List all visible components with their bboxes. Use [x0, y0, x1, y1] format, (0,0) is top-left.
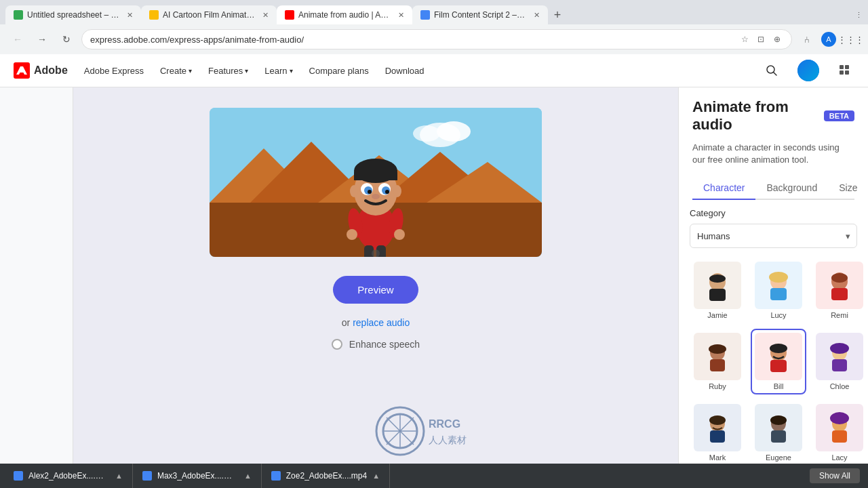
panel-body: Category Humans Animals Fantasy Robots — [679, 200, 868, 488]
tab-overflow-button[interactable]: ⋮ — [849, 5, 868, 24]
main-content: Preview or replace audio Enhance speech … — [0, 87, 868, 488]
enhance-speech-label: Enhance speech — [349, 339, 420, 350]
character-card-eugene[interactable]: Eugene — [751, 400, 806, 466]
show-all-button[interactable]: Show All — [810, 468, 860, 483]
character-card-jamie[interactable]: Jamie — [690, 258, 745, 323]
svg-point-20 — [347, 229, 357, 240]
tab-close-1[interactable]: ✕ — [127, 11, 133, 20]
download-item-2[interactable]: Max3_AdobeEx....mp4 ▲ — [133, 464, 262, 488]
beta-badge: BETA — [824, 110, 854, 121]
forward-button[interactable]: → — [33, 30, 52, 49]
download-arrow-2[interactable]: ▲ — [244, 472, 252, 480]
bookmark-icon[interactable]: ☆ — [738, 33, 751, 45]
character-name-eugene: Eugene — [766, 453, 791, 462]
character-grid: Jamie Lucy — [690, 258, 857, 488]
enhance-speech-radio[interactable] — [332, 339, 342, 350]
character-card-mark[interactable]: Mark — [690, 400, 745, 466]
character-name-mark: Mark — [709, 453, 726, 462]
left-sidebar — [0, 87, 73, 488]
character-thumb-remi — [816, 262, 863, 309]
replace-audio-link[interactable]: replace audio — [353, 317, 410, 328]
url-icons: ☆ ⊡ ⊕ — [738, 33, 783, 45]
tab-close-2[interactable]: ✕ — [262, 11, 269, 20]
profile-button[interactable]: A — [819, 30, 838, 49]
character-card-bill[interactable]: Bill — [751, 329, 806, 394]
tab-close-4[interactable]: ✕ — [534, 11, 540, 20]
svg-point-21 — [394, 229, 405, 240]
panel-title: Animate from audio — [692, 98, 817, 134]
back-button[interactable]: ← — [8, 30, 27, 49]
url-bar[interactable]: express.adobe.com/express-apps/animate-f… — [81, 29, 792, 49]
tab-favicon-2 — [149, 10, 159, 20]
character-image-lucy — [758, 265, 799, 306]
svg-rect-38 — [709, 289, 726, 301]
svg-rect-51 — [770, 360, 787, 372]
browser-tab-2[interactable]: AI Cartoon Film Animation – C... ✕ — [141, 5, 277, 24]
category-select[interactable]: Humans Animals Fantasy Robots — [690, 224, 857, 248]
svg-rect-26 — [354, 172, 397, 180]
download-item-3[interactable]: Zoe2_AdobeEx....mp4 ▲ — [262, 464, 390, 488]
animation-scene — [210, 108, 542, 257]
preview-button[interactable]: Preview — [333, 276, 418, 304]
tab-bar: Untitled spreadsheet – Google... ✕ AI Ca… — [0, 0, 868, 24]
nav-features[interactable]: Features ▾ — [208, 66, 248, 76]
user-avatar[interactable] — [797, 60, 819, 81]
nav-create[interactable]: Create ▾ — [160, 66, 192, 76]
svg-point-32 — [385, 190, 389, 194]
download-icon-1 — [14, 471, 23, 481]
svg-point-35 — [393, 185, 401, 197]
category-label: Category — [690, 208, 857, 218]
tab-background[interactable]: Background — [755, 177, 828, 200]
character-image-eugene — [758, 407, 799, 448]
browser-tab-3[interactable]: Animate from audio | Adobe E... ✕ — [277, 5, 412, 24]
character-image-remi — [819, 265, 860, 306]
search-button[interactable] — [762, 61, 781, 80]
refresh-button[interactable]: ↻ — [57, 30, 76, 49]
bottom-download-bar: Alex2_AdobeEx....mp4 ▲ Max3_AdobeEx....m… — [0, 464, 868, 488]
svg-rect-54 — [832, 359, 847, 371]
tab-close-3[interactable]: ✕ — [398, 11, 404, 20]
center-area: Preview or replace audio Enhance speech — [73, 87, 678, 488]
new-tab-button[interactable]: + — [548, 5, 567, 24]
panel-header: Animate from audio BETA Animate a charac… — [679, 87, 868, 200]
apps-button[interactable]: ⋮⋮⋮ — [841, 30, 860, 49]
download-filename-3: Zoe2_AdobeEx....mp4 — [286, 471, 367, 481]
character-card-lucy[interactable]: Lucy — [751, 258, 806, 323]
browser-tab-4[interactable]: Film Content Script 2 – Googl... ✕ — [412, 5, 548, 24]
character-image-mark — [697, 407, 738, 448]
apps-grid-button[interactable] — [835, 61, 854, 80]
character-name-lucy: Lucy — [770, 311, 786, 319]
svg-point-34 — [350, 185, 358, 197]
character-thumb-bill — [755, 333, 802, 380]
nav-compare[interactable]: Compare plans — [309, 66, 369, 76]
download-arrow-3[interactable]: ▲ — [372, 472, 380, 480]
nav-learn[interactable]: Learn ▾ — [264, 66, 292, 76]
tab-size[interactable]: Size — [828, 177, 868, 200]
character-image-lacy — [819, 407, 860, 448]
adobe-logo-icon — [14, 62, 30, 79]
character-card-chloe[interactable]: Chloe — [812, 329, 867, 394]
character-card-ruby[interactable]: Ruby — [690, 329, 745, 394]
svg-point-48 — [709, 344, 726, 354]
search-icon — [766, 64, 778, 77]
download-item-1[interactable]: Alex2_AdobeEx....mp4 ▲ — [8, 464, 133, 488]
replace-audio-text: or replace audio — [342, 317, 410, 328]
svg-rect-5 — [840, 70, 844, 75]
browser-tab-1[interactable]: Untitled spreadsheet – Google... ✕ — [5, 5, 141, 24]
tab-favicon-1 — [14, 10, 23, 20]
extensions-button[interactable]: ⑃ — [797, 30, 816, 49]
grid-icon — [839, 64, 851, 77]
nav-download[interactable]: Download — [385, 66, 425, 76]
adobe-logo[interactable]: Adobe — [14, 62, 68, 79]
download-arrow-1[interactable]: ▲ — [115, 472, 123, 480]
character-card-lacy[interactable]: Lacy — [812, 400, 867, 466]
character-thumb-ruby — [694, 333, 741, 380]
character-card-remi[interactable]: Remi — [812, 258, 867, 323]
nav-adobe-express[interactable]: Adobe Express — [84, 66, 144, 76]
zoom-icon[interactable]: ⊕ — [771, 33, 783, 45]
svg-point-60 — [770, 415, 787, 425]
adobe-header: Adobe Adobe Express Create ▾ Features ▾ … — [0, 54, 868, 87]
svg-rect-41 — [770, 288, 787, 300]
tab-character[interactable]: Character — [692, 177, 755, 200]
cast-icon[interactable]: ⊡ — [755, 33, 767, 45]
